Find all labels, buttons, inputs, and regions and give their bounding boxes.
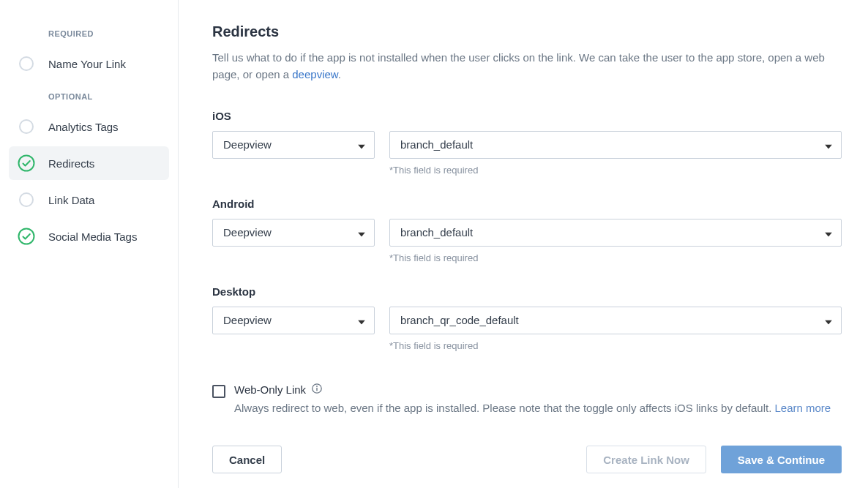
svg-rect-4 (316, 387, 317, 391)
field-block-desktop: Desktop Deepview branch_qr_code_default … (212, 285, 842, 351)
sidebar-item-social-media-tags[interactable]: Social Media Tags (9, 219, 169, 253)
web-only-desc: Always redirect to web, even if the app … (234, 400, 831, 417)
footer-actions: Cancel Create Link Now Save & Continue (212, 446, 842, 473)
android-value-select[interactable]: branch_default (389, 219, 842, 247)
main-content: Redirects Tell us what to do if the app … (179, 0, 868, 488)
page-description: Tell us what to do if the app is not ins… (212, 49, 842, 83)
deepview-link[interactable]: deepview (292, 68, 338, 80)
chevron-down-icon (358, 138, 365, 151)
svg-point-1 (19, 229, 34, 244)
web-only-title: Web-Only Link (234, 383, 306, 396)
helper-required: *This field is required (389, 165, 842, 176)
chevron-down-icon (825, 226, 832, 239)
chevron-down-icon (358, 314, 365, 326)
status-incomplete-icon (18, 191, 35, 209)
learn-more-link[interactable]: Learn more (774, 402, 831, 414)
status-complete-icon (18, 154, 35, 172)
desktop-type-select[interactable]: Deepview (212, 307, 375, 334)
web-only-title-row: Web-Only Link (234, 383, 831, 396)
field-label-desktop: Desktop (212, 285, 842, 298)
chevron-down-icon (358, 226, 365, 239)
web-only-desc-text: Always redirect to web, even if the app … (234, 402, 774, 414)
field-block-android: Android Deepview branch_default *This fi… (212, 198, 842, 263)
sidebar: REQUIRED Name Your Link OPTIONAL Analyti… (0, 0, 179, 488)
status-complete-icon (18, 228, 35, 245)
web-only-checkbox[interactable] (212, 385, 225, 398)
cancel-button[interactable]: Cancel (212, 446, 282, 473)
status-incomplete-icon (18, 55, 35, 72)
ios-value-select[interactable]: branch_default (389, 131, 842, 159)
sidebar-header-optional: OPTIONAL (9, 83, 169, 110)
sidebar-item-link-data[interactable]: Link Data (9, 183, 169, 217)
field-block-ios: iOS Deepview branch_default *This field … (212, 110, 842, 176)
desc-suffix: . (338, 68, 341, 80)
sidebar-item-label: Social Media Tags (48, 230, 137, 243)
sidebar-item-analytics-tags[interactable]: Analytics Tags (9, 110, 169, 143)
chevron-down-icon (825, 138, 832, 151)
sidebar-item-redirects[interactable]: Redirects (9, 146, 169, 180)
select-value: branch_default (400, 226, 473, 239)
field-label-android: Android (212, 198, 842, 210)
sidebar-item-label: Analytics Tags (48, 121, 119, 133)
helper-required: *This field is required (389, 340, 842, 351)
status-incomplete-icon (18, 118, 35, 135)
sidebar-header-required: REQUIRED (9, 20, 169, 47)
info-icon[interactable] (312, 383, 322, 396)
svg-point-3 (316, 386, 318, 387)
svg-point-0 (19, 156, 34, 171)
web-only-block: Web-Only Link Always redirect to web, ev… (212, 383, 842, 417)
sidebar-item-name-your-link[interactable]: Name Your Link (9, 47, 169, 80)
sidebar-item-label: Link Data (48, 194, 94, 206)
helper-required: *This field is required (389, 252, 842, 263)
page-title: Redirects (212, 23, 842, 40)
select-value: Deepview (223, 226, 272, 239)
select-value: branch_qr_code_default (400, 314, 519, 326)
desktop-value-select[interactable]: branch_qr_code_default (389, 307, 842, 334)
select-value: branch_default (400, 138, 473, 151)
field-label-ios: iOS (212, 110, 842, 122)
ios-type-select[interactable]: Deepview (212, 131, 375, 159)
select-value: Deepview (223, 138, 272, 151)
create-link-now-button[interactable]: Create Link Now (586, 446, 706, 473)
sidebar-item-label: Name Your Link (48, 58, 126, 70)
android-type-select[interactable]: Deepview (212, 219, 375, 247)
chevron-down-icon (825, 314, 832, 326)
sidebar-item-label: Redirects (48, 157, 94, 170)
select-value: Deepview (223, 314, 272, 326)
save-continue-button[interactable]: Save & Continue (721, 446, 842, 473)
